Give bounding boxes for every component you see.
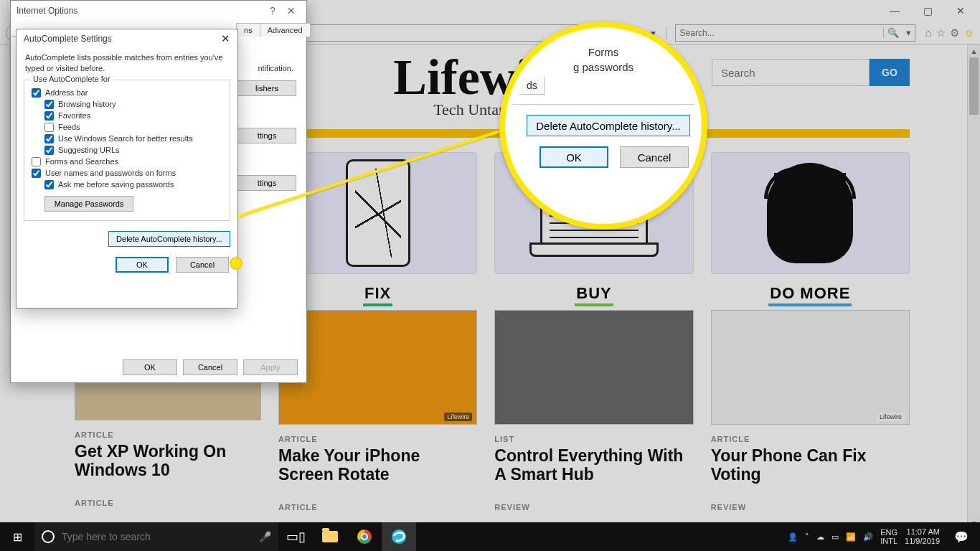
callout-anchor-dot <box>230 257 242 270</box>
checkbox-forms-searches[interactable]: Forms and Searches <box>32 157 222 166</box>
checkbox-browsing-history[interactable]: Browsing history <box>44 100 222 109</box>
task-view-icon[interactable]: ▭▯ <box>278 522 313 551</box>
card-title[interactable]: Your Phone Can Fix Voting <box>711 446 910 484</box>
file-explorer-icon[interactable] <box>313 522 347 551</box>
io-ok-button[interactable]: OK <box>123 359 177 375</box>
zoom-cancel-button[interactable]: Cancel <box>620 146 689 168</box>
dialog-title: AutoComplete Settings <box>24 34 112 44</box>
home-icon[interactable]: ⌂ <box>925 27 932 39</box>
ie-toolbar: ⌂ ☆ ⚙ ☺ <box>925 27 974 39</box>
category-heading-do-more[interactable]: DO MORE <box>711 284 910 303</box>
dialog-titlebar[interactable]: AutoComplete Settings ✕ <box>17 29 237 48</box>
image-badge: Lifewire <box>877 413 905 421</box>
tray-volume-icon[interactable]: 🔊 <box>863 532 873 542</box>
help-icon[interactable]: ? <box>263 5 282 17</box>
lifewire-search-input[interactable] <box>712 59 870 86</box>
checkbox-feeds[interactable]: Feeds <box>44 123 222 132</box>
card-tag: LIST <box>494 435 693 443</box>
delete-autocomplete-history-button[interactable]: Delete AutoComplete history... <box>108 231 230 247</box>
tray-onedrive-icon[interactable]: ☁ <box>816 532 824 542</box>
checkbox-windows-search[interactable]: Use Windows Search for better results <box>44 134 222 143</box>
settings-button-2[interactable]: ttings <box>237 175 296 191</box>
callout-fragment: g passwords <box>512 60 694 75</box>
close-icon[interactable]: ✕ <box>282 5 301 17</box>
callout-fragment: Forms <box>512 44 694 60</box>
close-window-button[interactable]: ✕ <box>944 0 977 22</box>
zoom-ok-button[interactable]: OK <box>540 146 608 168</box>
minimize-button[interactable]: — <box>878 0 911 22</box>
manage-passwords-button[interactable]: Manage Passwords <box>44 196 133 212</box>
tab-programs-partial[interactable]: ns <box>236 23 260 37</box>
column-do-more: DO MORE Lifewire ARTICLE Your Phone Can … <box>711 152 910 514</box>
dialog-title: Internet Options <box>17 6 77 16</box>
card-title[interactable]: Control Everything With A Smart Hub <box>494 446 693 484</box>
card-title[interactable]: Make Your iPhone Screen Rotate <box>278 446 477 484</box>
chrome-icon[interactable] <box>347 522 382 551</box>
category-heading-buy[interactable]: BUY <box>494 284 693 303</box>
tray-people-icon[interactable]: 👤 <box>788 532 798 542</box>
settings-button-1[interactable]: ttings <box>237 128 296 143</box>
tray-up-icon[interactable]: ˄ <box>805 532 809 542</box>
tray-notifications-icon[interactable]: 💬 <box>947 530 976 544</box>
search-icon[interactable]: 🔍 <box>883 27 903 38</box>
card-tag: REVIEW <box>494 503 693 512</box>
lifewire-search: GO <box>712 59 910 86</box>
tools-gear-icon[interactable]: ⚙ <box>950 27 959 39</box>
start-button[interactable]: ⊞ <box>0 522 34 551</box>
zoom-callout: Forms g passwords ds Delete AutoComplete… <box>499 22 707 230</box>
checkbox-usernames-passwords[interactable]: User names and passwords on forms <box>32 169 222 178</box>
taskbar-search[interactable]: 🎤 <box>34 522 278 551</box>
card-tag: REVIEW <box>711 503 910 512</box>
close-icon[interactable]: ✕ <box>221 32 230 45</box>
card-tag: ARTICLE <box>278 435 477 443</box>
scroll-thumb[interactable] <box>969 57 979 115</box>
favorites-icon[interactable]: ☆ <box>936 27 946 39</box>
vertical-scrollbar[interactable]: ▲ ▼ <box>967 44 980 529</box>
card-image[interactable]: Lifewire <box>711 310 910 425</box>
checkbox-address-bar[interactable]: Address bar <box>32 88 222 98</box>
column-fix: FIX Lifewire ARTICLE Make Your iPhone Sc… <box>278 152 477 514</box>
autocomplete-settings-dialog: AutoComplete Settings ✕ AutoComplete lis… <box>16 29 238 309</box>
taskbar-pinned: ▭▯ <box>278 522 416 551</box>
image-badge: Lifewire <box>444 413 472 421</box>
io-cancel-button[interactable]: Cancel <box>183 359 237 375</box>
tray-wifi-icon[interactable]: 📶 <box>846 532 856 542</box>
card-image[interactable] <box>494 310 693 425</box>
search-dropdown-icon[interactable]: ▾ <box>903 27 915 39</box>
tray-clock[interactable]: 11:07 AM 11/9/2019 <box>905 527 940 545</box>
tray-battery-icon[interactable]: ▭ <box>831 532 839 542</box>
io-apply-button: Apply <box>243 359 298 375</box>
ac-ok-button[interactable]: OK <box>116 257 169 273</box>
card-tag: ARTICLE <box>75 499 261 507</box>
publishers-button-partial[interactable]: lishers <box>237 80 296 96</box>
tray-language[interactable]: ENG INTL <box>880 528 897 545</box>
card-title[interactable]: Get XP Working On Windows 10 <box>75 442 261 480</box>
checkbox-favorites[interactable]: Favorites <box>44 111 222 121</box>
fieldset-legend: Use AutoComplete for <box>30 75 113 83</box>
windows-taskbar: ⊞ 🎤 ▭▯ 👤 ˄ ☁ ▭ 📶 🔊 ENG INTL 11:07 AM 11/… <box>0 522 980 551</box>
card-tag: ARTICLE <box>278 503 477 512</box>
card-image[interactable]: Lifewire <box>278 310 477 425</box>
checkbox-ask-before-saving[interactable]: Ask me before saving passwords <box>44 180 222 189</box>
category-heading-fix[interactable]: FIX <box>278 284 477 303</box>
ac-cancel-button[interactable]: Cancel <box>176 257 229 273</box>
internet-explorer-icon[interactable] <box>382 522 416 551</box>
maximize-button[interactable]: ▢ <box>911 0 944 22</box>
zoom-delete-autocomplete-button[interactable]: Delete AutoComplete history... <box>527 115 690 136</box>
feedback-smiley-icon[interactable]: ☺ <box>963 27 974 39</box>
microphone-icon[interactable]: 🎤 <box>259 531 271 542</box>
ie-search-box[interactable]: 🔍 ▾ <box>675 24 915 42</box>
tab-advanced[interactable]: Advanced <box>260 23 311 37</box>
lifewire-go-button[interactable]: GO <box>870 59 910 86</box>
card-tag: ARTICLE <box>75 430 261 439</box>
scroll-up-icon[interactable]: ▲ <box>968 44 980 57</box>
ie-search-input[interactable] <box>676 28 883 38</box>
domore-illustration <box>711 152 910 274</box>
checkbox-suggesting-urls[interactable]: Suggesting URLs <box>44 146 222 155</box>
dialog-titlebar[interactable]: Internet Options ? ✕ <box>11 1 306 21</box>
system-tray: 👤 ˄ ☁ ▭ 📶 🔊 ENG INTL 11:07 AM 11/9/2019 … <box>783 527 980 545</box>
callout-fragment: ds <box>519 77 545 95</box>
cortana-icon[interactable] <box>42 530 55 543</box>
dialog-footer: OK Cancel Apply <box>11 359 306 375</box>
taskbar-search-input[interactable] <box>62 531 252 542</box>
